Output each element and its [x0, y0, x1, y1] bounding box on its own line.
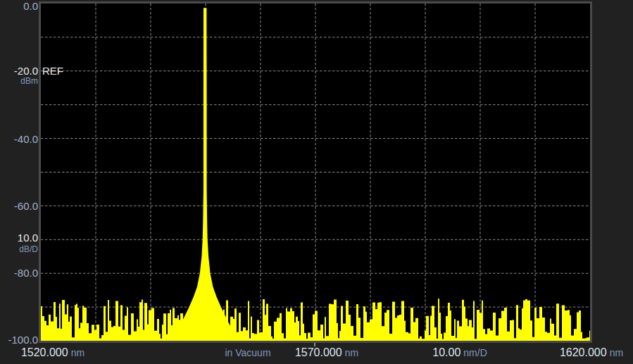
- x-scale-unit: nm/D: [463, 347, 487, 358]
- x-scale-value: 10.00: [432, 346, 460, 358]
- x-stop-unit: nm: [610, 347, 623, 358]
- x-stop-value: 1620.000: [560, 346, 607, 358]
- x-center-value: 1570.000: [295, 346, 342, 358]
- y-tick-40: -40.0: [0, 133, 38, 146]
- y-tick-80: -80.0: [0, 267, 38, 280]
- x-start-value: 1520.000: [21, 346, 68, 358]
- x-stop-label: 1620.000nm: [560, 345, 623, 360]
- x-start-label: 1520.000nm: [21, 345, 84, 360]
- y-ref-unit: dBm: [0, 76, 38, 86]
- spectrum-plot-area: REF: [41, 4, 590, 341]
- osa-trace-screen: 0.0 -20.0 dBm -40.0 -60.0 10.0 dB/D -80.…: [0, 0, 633, 364]
- y-tick-60: -60.0: [0, 200, 38, 213]
- x-medium-label: in Vacuum: [225, 345, 270, 360]
- x-center-unit: nm: [345, 347, 358, 358]
- x-medium-text: in Vacuum: [225, 347, 270, 358]
- x-center-label: 1570.000nm: [295, 345, 358, 360]
- x-start-unit: nm: [71, 347, 84, 358]
- y-tick-0: 0.0: [0, 0, 38, 13]
- x-scale-label: 10.00nm/D: [432, 345, 487, 360]
- y-scale-value: 10.0: [0, 232, 38, 244]
- spectrum-trace-canvas: [41, 4, 590, 341]
- y-scale-unit: dB/D: [0, 244, 38, 254]
- ref-level-marker: REF: [42, 65, 63, 77]
